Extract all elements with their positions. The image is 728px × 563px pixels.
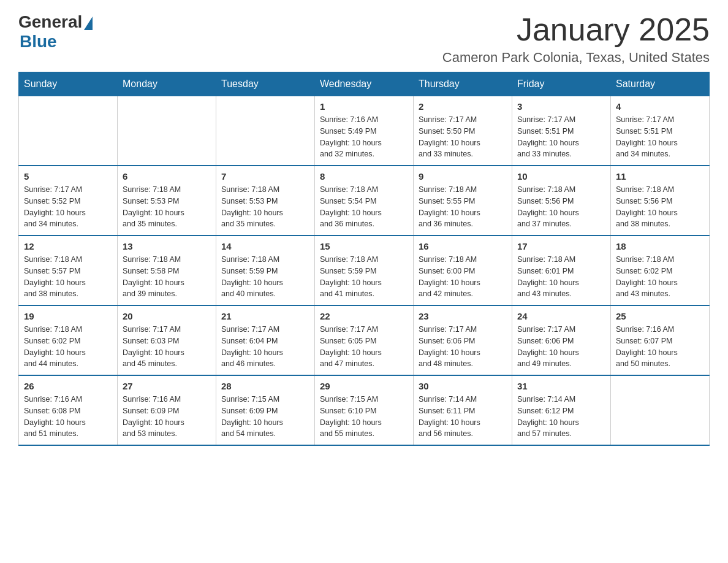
calendar-cell: 24Sunrise: 7:17 AM Sunset: 6:06 PM Dayli…	[512, 305, 611, 375]
calendar-cell	[19, 96, 118, 166]
calendar-cell: 8Sunrise: 7:18 AM Sunset: 5:54 PM Daylig…	[315, 166, 414, 236]
day-info: Sunrise: 7:17 AM Sunset: 5:51 PM Dayligh…	[616, 114, 704, 160]
day-number: 18	[616, 241, 704, 251]
day-number: 8	[320, 171, 408, 182]
calendar-cell: 11Sunrise: 7:18 AM Sunset: 5:56 PM Dayli…	[611, 166, 710, 236]
day-info: Sunrise: 7:17 AM Sunset: 6:06 PM Dayligh…	[419, 324, 507, 370]
day-info: Sunrise: 7:17 AM Sunset: 6:05 PM Dayligh…	[320, 324, 408, 370]
calendar-cell: 19Sunrise: 7:18 AM Sunset: 6:02 PM Dayli…	[19, 305, 118, 375]
day-info: Sunrise: 7:18 AM Sunset: 5:54 PM Dayligh…	[320, 184, 408, 230]
calendar-cell	[216, 96, 315, 166]
day-info: Sunrise: 7:18 AM Sunset: 6:01 PM Dayligh…	[517, 254, 605, 300]
week-row-1: 1Sunrise: 7:16 AM Sunset: 5:49 PM Daylig…	[19, 96, 710, 166]
calendar-cell	[118, 96, 216, 166]
day-info: Sunrise: 7:18 AM Sunset: 5:53 PM Dayligh…	[221, 184, 309, 230]
calendar-cell: 15Sunrise: 7:18 AM Sunset: 5:59 PM Dayli…	[315, 236, 414, 305]
page-title: January 2025	[442, 12, 710, 47]
day-info: Sunrise: 7:18 AM Sunset: 6:02 PM Dayligh…	[616, 254, 704, 300]
day-number: 28	[221, 381, 309, 391]
day-number: 21	[221, 311, 309, 321]
calendar-cell: 31Sunrise: 7:14 AM Sunset: 6:12 PM Dayli…	[512, 375, 611, 445]
calendar-cell: 6Sunrise: 7:18 AM Sunset: 5:53 PM Daylig…	[118, 166, 216, 236]
calendar-cell: 10Sunrise: 7:18 AM Sunset: 5:56 PM Dayli…	[512, 166, 611, 236]
calendar-cell: 9Sunrise: 7:18 AM Sunset: 5:55 PM Daylig…	[414, 166, 512, 236]
calendar-cell: 18Sunrise: 7:18 AM Sunset: 6:02 PM Dayli…	[611, 236, 710, 305]
day-number: 11	[616, 171, 704, 182]
page-header: General Blue January 2025 Cameron Park C…	[18, 12, 710, 66]
day-header-wednesday: Wednesday	[315, 72, 414, 96]
day-info: Sunrise: 7:17 AM Sunset: 6:06 PM Dayligh…	[517, 324, 605, 370]
calendar-cell: 29Sunrise: 7:15 AM Sunset: 6:10 PM Dayli…	[315, 375, 414, 445]
week-row-3: 12Sunrise: 7:18 AM Sunset: 5:57 PM Dayli…	[19, 236, 710, 305]
day-info: Sunrise: 7:18 AM Sunset: 5:55 PM Dayligh…	[419, 184, 507, 230]
day-header-tuesday: Tuesday	[216, 72, 315, 96]
week-row-2: 5Sunrise: 7:17 AM Sunset: 5:52 PM Daylig…	[19, 166, 710, 236]
day-number: 15	[320, 241, 408, 251]
day-number: 27	[123, 381, 211, 391]
calendar-cell: 7Sunrise: 7:18 AM Sunset: 5:53 PM Daylig…	[216, 166, 315, 236]
day-number: 26	[24, 381, 112, 391]
title-area: January 2025 Cameron Park Colonia, Texas…	[442, 12, 710, 66]
calendar-cell: 23Sunrise: 7:17 AM Sunset: 6:06 PM Dayli…	[414, 305, 512, 375]
calendar-cell: 25Sunrise: 7:16 AM Sunset: 6:07 PM Dayli…	[611, 305, 710, 375]
day-info: Sunrise: 7:18 AM Sunset: 5:57 PM Dayligh…	[24, 254, 112, 300]
page-subtitle: Cameron Park Colonia, Texas, United Stat…	[442, 50, 710, 66]
day-number: 25	[616, 311, 704, 321]
day-number: 9	[419, 171, 507, 182]
logo-blue-text: Blue	[20, 32, 57, 52]
day-number: 1	[320, 101, 408, 112]
day-number: 6	[123, 171, 211, 182]
day-number: 29	[320, 381, 408, 391]
calendar-cell: 20Sunrise: 7:17 AM Sunset: 6:03 PM Dayli…	[118, 305, 216, 375]
day-number: 30	[419, 381, 507, 391]
day-number: 3	[517, 101, 605, 112]
day-info: Sunrise: 7:17 AM Sunset: 6:04 PM Dayligh…	[221, 324, 309, 370]
calendar-cell	[611, 375, 710, 445]
day-info: Sunrise: 7:18 AM Sunset: 5:56 PM Dayligh…	[616, 184, 704, 230]
calendar-cell: 5Sunrise: 7:17 AM Sunset: 5:52 PM Daylig…	[19, 166, 118, 236]
day-info: Sunrise: 7:18 AM Sunset: 5:58 PM Dayligh…	[123, 254, 211, 300]
calendar-cell: 13Sunrise: 7:18 AM Sunset: 5:58 PM Dayli…	[118, 236, 216, 305]
day-info: Sunrise: 7:15 AM Sunset: 6:09 PM Dayligh…	[221, 394, 309, 440]
day-info: Sunrise: 7:18 AM Sunset: 6:02 PM Dayligh…	[24, 324, 112, 370]
calendar-cell: 14Sunrise: 7:18 AM Sunset: 5:59 PM Dayli…	[216, 236, 315, 305]
calendar-cell: 12Sunrise: 7:18 AM Sunset: 5:57 PM Dayli…	[19, 236, 118, 305]
day-number: 2	[419, 101, 507, 112]
calendar-cell: 22Sunrise: 7:17 AM Sunset: 6:05 PM Dayli…	[315, 305, 414, 375]
day-info: Sunrise: 7:18 AM Sunset: 5:59 PM Dayligh…	[320, 254, 408, 300]
day-number: 4	[616, 101, 704, 112]
calendar-cell: 16Sunrise: 7:18 AM Sunset: 6:00 PM Dayli…	[414, 236, 512, 305]
day-info: Sunrise: 7:18 AM Sunset: 5:56 PM Dayligh…	[517, 184, 605, 230]
day-number: 24	[517, 311, 605, 321]
day-number: 20	[123, 311, 211, 321]
calendar-table: SundayMondayTuesdayWednesdayThursdayFrid…	[18, 72, 710, 446]
calendar-cell: 2Sunrise: 7:17 AM Sunset: 5:50 PM Daylig…	[414, 96, 512, 166]
calendar-cell: 4Sunrise: 7:17 AM Sunset: 5:51 PM Daylig…	[611, 96, 710, 166]
day-number: 31	[517, 381, 605, 391]
day-info: Sunrise: 7:17 AM Sunset: 5:51 PM Dayligh…	[517, 114, 605, 160]
day-info: Sunrise: 7:15 AM Sunset: 6:10 PM Dayligh…	[320, 394, 408, 440]
calendar-cell: 21Sunrise: 7:17 AM Sunset: 6:04 PM Dayli…	[216, 305, 315, 375]
day-header-saturday: Saturday	[611, 72, 710, 96]
calendar-body: 1Sunrise: 7:16 AM Sunset: 5:49 PM Daylig…	[19, 96, 710, 446]
calendar-cell: 1Sunrise: 7:16 AM Sunset: 5:49 PM Daylig…	[315, 96, 414, 166]
calendar-cell: 26Sunrise: 7:16 AM Sunset: 6:08 PM Dayli…	[19, 375, 118, 445]
logo-triangle-icon	[84, 17, 93, 30]
day-number: 16	[419, 241, 507, 251]
calendar-cell: 30Sunrise: 7:14 AM Sunset: 6:11 PM Dayli…	[414, 375, 512, 445]
day-number: 14	[221, 241, 309, 251]
day-info: Sunrise: 7:18 AM Sunset: 5:53 PM Dayligh…	[123, 184, 211, 230]
day-header-thursday: Thursday	[414, 72, 512, 96]
day-info: Sunrise: 7:16 AM Sunset: 6:08 PM Dayligh…	[24, 394, 112, 440]
day-info: Sunrise: 7:14 AM Sunset: 6:12 PM Dayligh…	[517, 394, 605, 440]
day-number: 7	[221, 171, 309, 182]
day-info: Sunrise: 7:18 AM Sunset: 5:59 PM Dayligh…	[221, 254, 309, 300]
day-number: 13	[123, 241, 211, 251]
day-info: Sunrise: 7:17 AM Sunset: 6:03 PM Dayligh…	[123, 324, 211, 370]
day-number: 22	[320, 311, 408, 321]
day-info: Sunrise: 7:18 AM Sunset: 6:00 PM Dayligh…	[419, 254, 507, 300]
day-info: Sunrise: 7:16 AM Sunset: 6:07 PM Dayligh…	[616, 324, 704, 370]
calendar-cell: 28Sunrise: 7:15 AM Sunset: 6:09 PM Dayli…	[216, 375, 315, 445]
day-number: 5	[24, 171, 112, 182]
day-number: 12	[24, 241, 112, 251]
